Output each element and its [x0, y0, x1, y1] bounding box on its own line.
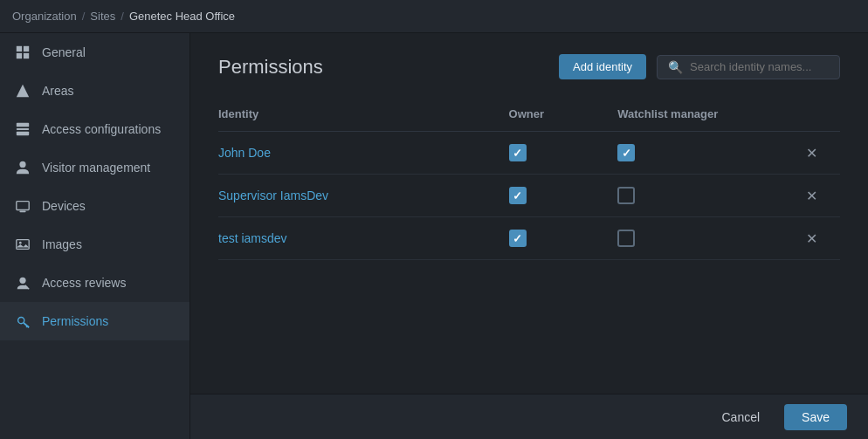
col-header-owner: Owner — [509, 100, 618, 132]
breadcrumb-org[interactable]: Organization — [12, 10, 77, 23]
identity-name[interactable]: test iamsdev — [218, 231, 287, 245]
breadcrumb-sep2: / — [121, 10, 124, 23]
identity-cell: John Doe — [218, 132, 509, 175]
watchlist-checkbox-wrapper — [617, 187, 789, 204]
search-input[interactable] — [690, 60, 829, 73]
sidebar-item-access-reviews-label: Access reviews — [42, 276, 126, 290]
breadcrumb-sites[interactable]: Sites — [90, 10, 115, 23]
access-config-icon — [14, 120, 31, 138]
action-cell: ✕ — [799, 175, 840, 217]
content-area: Permissions Add identity 🔍 Identity Owne… — [190, 33, 868, 439]
svg-rect-0 — [17, 46, 22, 51]
breadcrumb: Organization / Sites / Genetec Head Offi… — [12, 10, 235, 23]
search-box: 🔍 — [657, 55, 840, 79]
watchlist-checkbox[interactable] — [617, 230, 635, 247]
permissions-header: Permissions Add identity 🔍 — [218, 54, 840, 79]
sidebar-item-images[interactable]: Images — [0, 225, 189, 264]
owner-checkbox[interactable] — [509, 187, 527, 204]
breadcrumb-sep1: / — [82, 10, 86, 23]
table-row: test iamsdev✕ — [218, 217, 840, 260]
owner-cell — [509, 217, 618, 260]
owner-cell — [509, 132, 618, 175]
watchlist-cell — [617, 217, 799, 260]
grid-icon — [14, 44, 31, 61]
header-actions: Add identity 🔍 — [559, 54, 840, 79]
sidebar-item-visitor-label: Visitor management — [42, 161, 150, 175]
content-inner: Permissions Add identity 🔍 Identity Owne… — [190, 33, 868, 394]
svg-point-15 — [18, 318, 24, 324]
svg-rect-10 — [19, 210, 25, 212]
owner-cell — [509, 175, 618, 217]
key-icon — [14, 312, 31, 330]
sidebar-item-areas[interactable]: Areas — [0, 72, 189, 110]
sidebar-item-general-label: General — [42, 45, 86, 59]
sidebar-item-devices-label: Devices — [42, 199, 86, 213]
table-row: John Doe✕ — [218, 132, 840, 175]
table-row: Supervisor IamsDev✕ — [218, 175, 840, 217]
main-layout: General Areas Access configurations Visi… — [0, 33, 868, 439]
sidebar: General Areas Access configurations Visi… — [0, 33, 190, 439]
permissions-table: Identity Owner Watchlist manager John Do… — [218, 100, 840, 260]
identity-cell: test iamsdev — [218, 217, 509, 260]
images-icon — [14, 236, 31, 253]
svg-marker-4 — [17, 85, 29, 97]
watchlist-cell — [617, 175, 799, 217]
svg-rect-7 — [17, 132, 29, 136]
sidebar-item-images-label: Images — [42, 237, 82, 251]
sidebar-item-visitor-management[interactable]: Visitor management — [0, 148, 189, 187]
svg-rect-5 — [17, 123, 29, 127]
cancel-button[interactable]: Cancel — [707, 404, 774, 430]
visitor-icon — [14, 159, 31, 176]
owner-checkbox[interactable] — [509, 230, 527, 247]
sidebar-item-permissions[interactable]: Permissions — [0, 302, 189, 340]
action-cell: ✕ — [799, 217, 840, 260]
breadcrumb-current: Genetec Head Office — [129, 10, 235, 23]
identity-name[interactable]: John Doe — [218, 146, 271, 160]
sidebar-item-access-configurations[interactable]: Access configurations — [0, 110, 189, 148]
owner-checkbox-wrapper — [509, 230, 608, 247]
sidebar-item-access-config-label: Access configurations — [42, 122, 161, 136]
svg-rect-6 — [17, 128, 29, 130]
identity-cell: Supervisor IamsDev — [218, 175, 509, 217]
identity-name[interactable]: Supervisor IamsDev — [218, 189, 328, 202]
svg-point-12 — [19, 242, 22, 244]
sidebar-item-general[interactable]: General — [0, 33, 189, 72]
remove-button[interactable]: ✕ — [799, 228, 824, 250]
svg-rect-1 — [24, 46, 29, 51]
svg-point-8 — [19, 161, 25, 168]
owner-checkbox-wrapper — [509, 144, 608, 161]
owner-checkbox-wrapper — [509, 187, 608, 204]
svg-rect-11 — [17, 240, 29, 250]
sidebar-item-access-reviews[interactable]: Access reviews — [0, 264, 189, 302]
remove-button[interactable]: ✕ — [799, 142, 824, 164]
access-reviews-icon — [14, 274, 31, 292]
sidebar-item-devices[interactable]: Devices — [0, 187, 189, 225]
watchlist-checkbox[interactable] — [617, 187, 635, 204]
col-header-watchlist: Watchlist manager — [617, 100, 799, 132]
col-header-action — [799, 100, 840, 132]
devices-icon — [14, 197, 31, 215]
watchlist-checkbox-wrapper — [617, 144, 789, 161]
areas-icon — [14, 82, 31, 99]
permissions-title: Permissions — [218, 56, 323, 79]
add-identity-button[interactable]: Add identity — [559, 54, 646, 79]
watchlist-checkbox[interactable] — [617, 144, 635, 161]
footer: Cancel Save — [190, 394, 868, 439]
svg-rect-9 — [17, 202, 29, 210]
watchlist-cell — [617, 132, 799, 175]
col-header-identity: Identity — [218, 100, 509, 132]
sidebar-item-permissions-label: Permissions — [42, 314, 108, 328]
search-icon: 🔍 — [668, 60, 683, 74]
svg-rect-3 — [24, 53, 29, 58]
action-cell: ✕ — [799, 132, 840, 175]
watchlist-checkbox-wrapper — [617, 230, 789, 247]
svg-point-13 — [19, 278, 25, 284]
save-button[interactable]: Save — [784, 404, 847, 430]
remove-button[interactable]: ✕ — [799, 185, 824, 207]
svg-rect-2 — [17, 53, 22, 58]
sidebar-item-areas-label: Areas — [42, 84, 74, 98]
owner-checkbox[interactable] — [509, 144, 527, 161]
topbar: Organization / Sites / Genetec Head Offi… — [0, 0, 868, 33]
